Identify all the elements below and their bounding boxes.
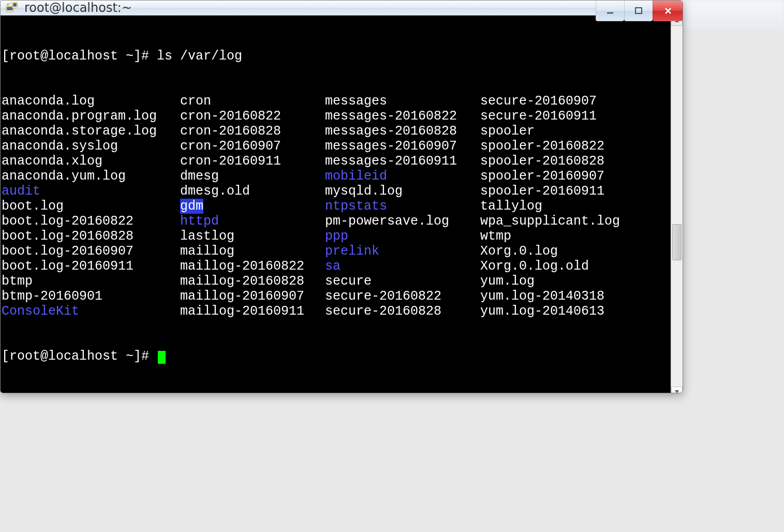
ls-entry: mobileid (325, 169, 480, 184)
putty-window: root@localhost:~ [root@localhost ~]# ls … (0, 0, 683, 393)
ls-entry: spooler-20160911 (480, 184, 670, 199)
ls-entry: maillog-20160907 (180, 289, 325, 304)
ls-entry: Xorg.0.log.old (480, 259, 670, 274)
ls-entry: yum.log-20140318 (480, 289, 670, 304)
prompt: [root@localhost ~]# (2, 349, 157, 364)
ls-entry: pm-powersave.log (325, 214, 480, 229)
ls-entry: messages-20160828 (325, 124, 480, 139)
svg-rect-7 (635, 8, 642, 13)
ls-entry: spooler-20160907 (480, 169, 670, 184)
titlebar[interactable]: root@localhost:~ (1, 1, 683, 16)
ls-entry: btmp-20160901 (2, 289, 180, 304)
ls-entry: boot.log-20160911 (2, 259, 180, 274)
ls-entry: maillog (180, 244, 325, 259)
ls-entry: anaconda.log (2, 94, 180, 109)
ls-entry: secure-20160828 (325, 304, 480, 319)
ls-entry: boot.log-20160907 (2, 244, 180, 259)
ls-entry: boot.log-20160822 (2, 214, 180, 229)
svg-rect-1 (7, 7, 12, 10)
ls-entry: messages-20160822 (325, 109, 480, 124)
ls-entry: yum.log (480, 274, 670, 289)
ls-entry: cron-20160907 (180, 139, 325, 154)
ls-entry: spooler-20160822 (480, 139, 670, 154)
ls-entry: wpa_supplicant.log (480, 214, 670, 229)
close-button[interactable] (653, 1, 683, 21)
window-controls (596, 1, 683, 21)
window-title: root@localhost:~ (24, 1, 132, 15)
svg-marker-11 (675, 390, 679, 393)
ls-entry: dmesg (180, 169, 325, 184)
ls-entry: lastlog (180, 229, 325, 244)
terminal[interactable]: [root@localhost ~]# ls /var/log anaconda… (1, 16, 671, 393)
ls-entry: sa (325, 259, 480, 274)
ls-entry: anaconda.xlog (2, 154, 180, 169)
ls-entry: anaconda.yum.log (2, 169, 180, 184)
ls-entry: boot.log-20160828 (2, 229, 180, 244)
ls-entry: btmp (2, 274, 180, 289)
ls-output: anaconda.logcronmessagessecure-20160907a… (2, 94, 670, 319)
ls-entry: anaconda.program.log (2, 109, 180, 124)
ls-entry: mysqld.log (325, 184, 480, 199)
ls-entry: cron-20160911 (180, 154, 325, 169)
ls-entry: messages-20160911 (325, 154, 480, 169)
ls-entry: anaconda.syslog (2, 139, 180, 154)
ls-entry: tallylog (480, 199, 670, 214)
ls-entry: cron-20160822 (180, 109, 325, 124)
ls-entry: dmesg.old (180, 184, 325, 199)
scrollbar-thumb[interactable] (672, 224, 682, 260)
scrollbar[interactable] (671, 16, 683, 393)
minimize-button[interactable] (596, 1, 624, 21)
cursor (158, 351, 166, 364)
ls-entry: gdm (180, 199, 325, 214)
ls-entry: ConsoleKit (2, 304, 180, 319)
ls-entry: spooler-20160828 (480, 154, 670, 169)
ls-entry: messages (325, 94, 480, 109)
svg-rect-3 (13, 3, 17, 7)
ls-entry: boot.log (2, 199, 180, 214)
ls-entry: cron (180, 94, 325, 109)
ls-entry: httpd (180, 214, 325, 229)
ls-entry: maillog-20160822 (180, 259, 325, 274)
ls-entry: ppp (325, 229, 480, 244)
putty-icon (5, 1, 19, 15)
maximize-button[interactable] (624, 1, 653, 21)
ls-entry: spooler (480, 124, 670, 139)
ls-entry: ntpstats (325, 199, 480, 214)
ls-entry: maillog-20160911 (180, 304, 325, 319)
ls-entry: maillog-20160828 (180, 274, 325, 289)
ls-entry: Xorg.0.log (480, 244, 670, 259)
ls-entry: prelink (325, 244, 480, 259)
ls-entry: wtmp (480, 229, 670, 244)
ls-entry: audit (2, 184, 180, 199)
scroll-down-button[interactable] (671, 387, 683, 393)
ls-entry: cron-20160828 (180, 124, 325, 139)
ls-entry: yum.log-20140613 (480, 304, 670, 319)
scrollbar-track[interactable] (671, 26, 683, 387)
prompt: [root@localhost ~]# (2, 49, 157, 64)
ls-entry: secure-20160911 (480, 109, 670, 124)
ls-entry: messages-20160907 (325, 139, 480, 154)
ls-entry: secure-20160822 (325, 289, 480, 304)
command: ls /var/log (157, 49, 242, 64)
ls-entry: anaconda.storage.log (2, 124, 180, 139)
ls-entry: secure-20160907 (480, 94, 670, 109)
ls-entry: secure (325, 274, 480, 289)
